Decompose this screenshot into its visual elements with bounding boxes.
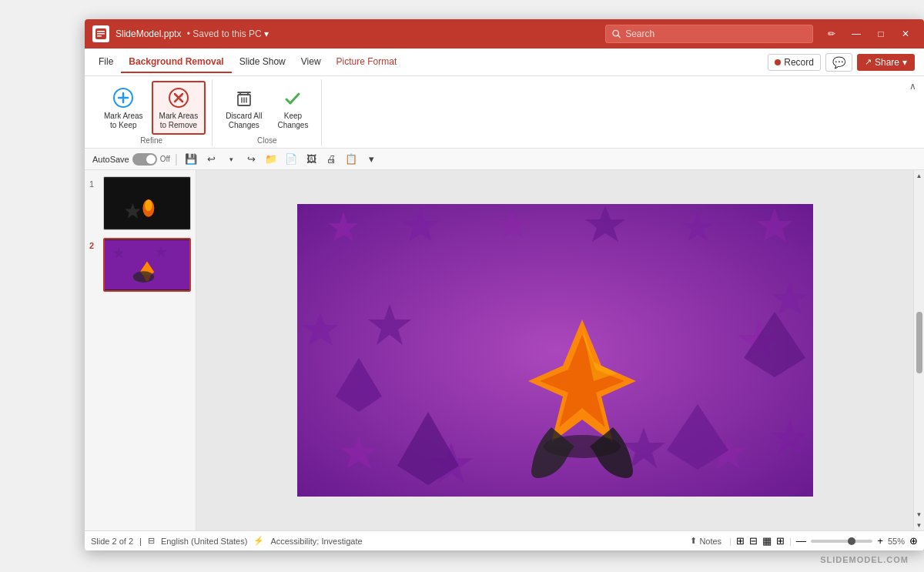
insert-table-btn[interactable]: 📋 (343, 151, 360, 168)
search-bar[interactable] (605, 25, 813, 43)
zoom-out-btn[interactable]: — (796, 535, 806, 547)
mark-keep-icon (111, 85, 136, 110)
slide-thumb-inner-1 (104, 177, 190, 229)
notes-button[interactable]: ⬆ Notes (687, 534, 725, 547)
svg-rect-1 (97, 31, 105, 32)
title-bar: SlideModel.pptx • Saved to this PC ▾ ✏ —… (85, 19, 924, 49)
minimize-button[interactable]: — (845, 24, 867, 44)
reading-view-btn[interactable]: ▦ (762, 535, 772, 547)
keep-changes-icon (280, 85, 305, 110)
scrollbar-thumb[interactable] (916, 312, 922, 373)
discard-label: Discard AllChanges (226, 112, 262, 130)
mark-areas-keep-button[interactable]: Mark Areasto Keep (97, 82, 150, 134)
slides-panel: 1 2 (85, 170, 196, 530)
slide-item-1[interactable]: 1 (89, 176, 191, 230)
ribbon-right-buttons: Record 💬 ↗ Share ▾ (768, 53, 918, 72)
slide-sorter-btn[interactable]: ⊟ (749, 535, 758, 547)
refine-buttons: Mark Areasto Keep Mark Areasto (97, 81, 206, 135)
watermark: SLIDEMODEL.COM (820, 555, 909, 564)
save-quick-btn[interactable]: 💾 (182, 151, 199, 168)
slideshow-btn[interactable]: ⊞ (776, 535, 785, 547)
quick-access-toolbar: AutoSave Off | 💾 ↩ ▾ ↪ 📁 📄 🖼 🖨 📋 ▾ (85, 149, 924, 170)
ribbon: File Background Removal Slide Show View … (85, 49, 924, 149)
tab-background-removal[interactable]: Background Removal (121, 52, 231, 73)
tab-slide-show[interactable]: Slide Show (232, 52, 293, 73)
ribbon-group-refine: Mark Areasto Keep Mark Areasto (91, 79, 213, 146)
tab-view[interactable]: View (293, 52, 329, 73)
window-title: SlideModel.pptx • Saved to this PC ▾ (116, 28, 605, 39)
slide-thumb-1[interactable] (103, 176, 191, 230)
zoom-in-btn[interactable]: + (877, 535, 883, 547)
toggle-state-label: Off (160, 155, 170, 163)
notes-label: Notes (699, 537, 721, 546)
comment-button[interactable]: 💬 (825, 53, 852, 72)
slide-canvas (297, 204, 813, 497)
more-btn[interactable]: ▾ (363, 151, 380, 168)
language-indicator: English (United States) (161, 537, 248, 546)
mark-keep-label: Mark Areasto Keep (104, 112, 143, 130)
status-bar: Slide 2 of 2 | ⊟ English (United States)… (85, 530, 924, 550)
discard-icon (232, 85, 256, 110)
print-btn[interactable]: 🖨 (323, 151, 340, 168)
accessibility-indicator: Accessibility: Investigate (270, 537, 362, 546)
status-bar-left: Slide 2 of 2 | ⊟ English (United States)… (91, 536, 363, 546)
status-bar-right: ⬆ Notes | ⊞ ⊟ ▦ ⊞ | — + 55% ⊕ (687, 534, 918, 547)
canvas-area (196, 170, 913, 530)
svg-rect-3 (97, 35, 102, 37)
zoom-slider-thumb[interactable] (848, 537, 855, 545)
autosave-label: AutoSave (92, 155, 129, 164)
new-btn[interactable]: 📄 (283, 151, 300, 168)
autosave-toggle[interactable] (132, 153, 157, 166)
svg-rect-2 (97, 33, 105, 35)
share-button[interactable]: ↗ Share ▾ (857, 54, 915, 71)
pen-icon-button[interactable]: ✏ (821, 24, 842, 44)
undo-dropdown[interactable]: ▾ (223, 151, 239, 168)
scroll-up-arrow[interactable]: ▲ (914, 170, 925, 181)
close-group-label: Close (257, 136, 277, 145)
slide-background-svg (297, 204, 813, 497)
keep-changes-label: KeepChanges (277, 112, 308, 130)
scroll-down-arrow1[interactable]: ▼ (914, 509, 925, 520)
normal-view-btn[interactable]: ⊞ (736, 535, 745, 547)
close-button[interactable]: ✕ (895, 24, 916, 44)
discard-changes-button[interactable]: Discard AllChanges (219, 82, 269, 134)
redo-btn[interactable]: ↪ (243, 151, 259, 168)
maximize-button[interactable]: □ (870, 24, 892, 44)
svg-point-22 (145, 199, 152, 211)
ribbon-content: Mark Areasto Keep Mark Areasto (85, 76, 924, 148)
ribbon-collapse-chevron[interactable]: ∧ (908, 79, 918, 146)
main-area: 1 2 (85, 170, 924, 530)
zoom-level: 55% (888, 537, 905, 546)
mark-remove-label: Mark Areasto Remove (159, 112, 199, 130)
app-window: SlideModel.pptx • Saved to this PC ▾ ✏ —… (85, 19, 924, 550)
record-button[interactable]: Record (768, 54, 821, 71)
scroll-down-arrow2[interactable]: ▼ (914, 520, 925, 530)
slide-view-icon: ⊟ (148, 536, 155, 546)
slide-count: Slide 2 of 2 (91, 537, 133, 546)
open-btn[interactable]: 📁 (263, 151, 280, 168)
tab-file[interactable]: File (91, 52, 121, 73)
ribbon-tab-bar: File Background Removal Slide Show View … (85, 49, 924, 76)
mark-remove-icon (166, 85, 191, 110)
mark-areas-remove-button[interactable]: Mark Areasto Remove (152, 81, 206, 135)
svg-line-5 (618, 35, 620, 38)
undo-btn[interactable]: ↩ (203, 151, 219, 168)
search-input[interactable] (625, 28, 806, 39)
fit-slide-btn[interactable]: ⊕ (909, 535, 918, 547)
ribbon-group-close: Discard AllChanges KeepChanges Close (213, 79, 322, 146)
app-logo (92, 25, 109, 42)
insert-picture-btn[interactable]: 🖼 (303, 151, 320, 168)
title-bar-actions: ✏ — □ ✕ (821, 24, 916, 44)
zoom-slider[interactable] (811, 540, 872, 543)
slide-item-2[interactable]: 2 (89, 238, 191, 292)
record-dot-icon (775, 59, 781, 65)
slide-thumb-inner-2 (105, 239, 189, 290)
slide-number-2: 2 (89, 241, 99, 250)
slide-number-1: 1 (89, 179, 99, 189)
close-buttons: Discard AllChanges KeepChanges (219, 81, 315, 135)
tab-picture-format[interactable]: Picture Format (329, 52, 405, 73)
keep-changes-button[interactable]: KeepChanges (270, 82, 315, 134)
scrollbar-track[interactable] (914, 181, 924, 509)
slide-thumb-2[interactable] (103, 238, 191, 292)
refine-group-label: Refine (140, 136, 162, 145)
